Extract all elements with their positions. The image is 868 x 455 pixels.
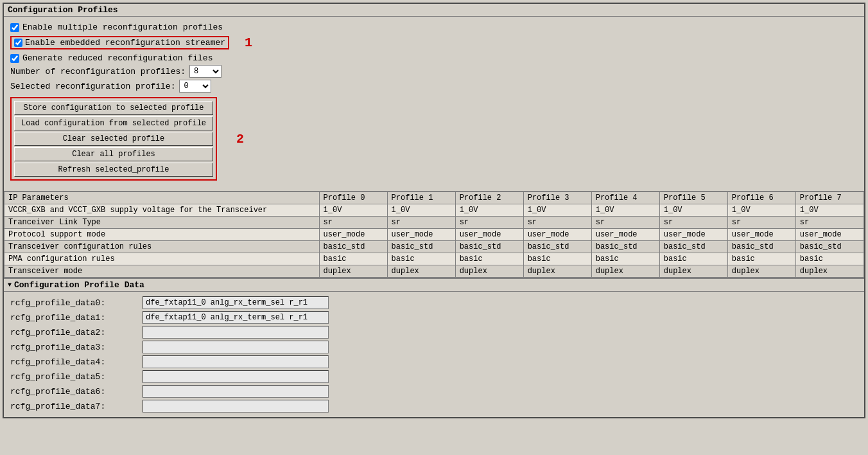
cell-profile-value: basic_std <box>659 241 727 253</box>
cpd-row-input[interactable] <box>143 385 329 398</box>
cpd-row-input[interactable] <box>143 341 329 353</box>
selected-profile-select[interactable]: 0 1 2 3 4 5 6 7 <box>179 80 211 93</box>
params-tbody: VCCR_GXB and VCCT_GXB supply voltage for… <box>4 204 864 278</box>
th-profile-6: Profile 6 <box>727 192 795 204</box>
cell-profile-value: duplex <box>591 265 659 278</box>
cell-profile-value: basic <box>319 253 387 265</box>
enable-multiple-label: Enable multiple reconfiguration profiles <box>22 22 223 32</box>
refresh-button[interactable]: Refresh selected_profile <box>14 163 213 177</box>
cell-param-name: Protocol support mode <box>4 229 320 241</box>
cpd-section-title: Configuration Profile Data <box>14 280 144 290</box>
annotation-1: 1 <box>245 35 252 50</box>
th-profile-5: Profile 5 <box>659 192 727 204</box>
enable-embedded-checkbox[interactable] <box>14 39 22 47</box>
generate-reduced-label: Generate reduced reconfiguration files <box>22 53 213 63</box>
cpd-row-label: rcfg_profile_data3: <box>10 343 139 352</box>
cpd-row-input[interactable] <box>143 296 329 309</box>
cell-profile-value: 1_0V <box>455 204 523 217</box>
cell-profile-value: user_mode <box>523 229 591 241</box>
params-table-section: IP Parameters Profile 0 Profile 1 Profil… <box>4 191 864 278</box>
cell-param-name: Transceiver configuration rules <box>4 241 320 253</box>
store-button[interactable]: Store configuration to selected profile <box>14 101 213 115</box>
section-title: Configuration Profiles <box>4 4 864 17</box>
cell-profile-value: sr <box>659 217 727 229</box>
enable-embedded-label: Enable embedded reconfiguration streamer <box>25 38 225 48</box>
cell-profile-value: duplex <box>727 265 795 278</box>
cpd-row-label: rcfg_profile_data6: <box>10 387 139 397</box>
cell-profile-value: duplex <box>795 265 864 278</box>
cell-profile-value: 1_0V <box>387 204 455 217</box>
cpd-row: rcfg_profile_data7: <box>10 400 858 413</box>
cpd-content: rcfg_profile_data0:rcfg_profile_data1:rc… <box>4 292 864 417</box>
cell-profile-value: basic <box>455 253 523 265</box>
cell-profile-value: sr <box>795 217 864 229</box>
cpd-row-label: rcfg_profile_data7: <box>10 402 139 411</box>
cell-profile-value: sr <box>727 217 795 229</box>
num-profiles-label: Number of reconfiguration profiles: <box>10 67 186 76</box>
enable-multiple-checkbox[interactable] <box>10 23 19 32</box>
cell-profile-value: sr <box>455 217 523 229</box>
cell-param-name: PMA configuration rules <box>4 253 320 265</box>
cell-profile-value: basic <box>795 253 864 265</box>
cell-profile-value: basic <box>591 253 659 265</box>
cell-profile-value: basic_std <box>455 241 523 253</box>
cell-param-name: VCCR_GXB and VCCT_GXB supply voltage for… <box>4 204 320 217</box>
cpd-row-input[interactable] <box>143 311 329 324</box>
cpd-triangle-icon: ▼ <box>8 281 12 289</box>
cell-param-name: Transceiver mode <box>4 265 320 278</box>
enable-embedded-row: Enable embedded reconfiguration streamer… <box>10 34 858 51</box>
cell-profile-value: duplex <box>319 265 387 278</box>
th-profile-2: Profile 2 <box>455 192 523 204</box>
cpd-row-label: rcfg_profile_data5: <box>10 372 139 382</box>
generate-reduced-row: Generate reduced reconfiguration files <box>10 53 858 63</box>
cpd-row-input[interactable] <box>143 370 329 383</box>
buttons-area: Store configuration to selected profile … <box>10 94 858 183</box>
cpd-title: ▼ Configuration Profile Data <box>4 279 864 292</box>
table-row: Transceiver modeduplexduplexduplexduplex… <box>4 265 864 278</box>
clear-all-button[interactable]: Clear all profiles <box>14 147 213 161</box>
section-content: Enable multiple reconfiguration profiles… <box>4 17 864 187</box>
cell-profile-value: 1_0V <box>591 204 659 217</box>
embedded-box: Enable embedded reconfiguration streamer <box>10 36 229 49</box>
cpd-row-label: rcfg_profile_data2: <box>10 328 139 337</box>
cpd-section: ▼ Configuration Profile Data rcfg_profil… <box>4 278 864 417</box>
cell-profile-value: 1_0V <box>727 204 795 217</box>
cpd-row: rcfg_profile_data1: <box>10 311 858 324</box>
num-profiles-select[interactable]: 1 2 4 8 16 <box>189 65 221 78</box>
th-profile-3: Profile 3 <box>523 192 591 204</box>
clear-selected-button[interactable]: Clear selected profile <box>14 132 213 146</box>
cell-profile-value: user_mode <box>319 229 387 241</box>
cpd-row-input[interactable] <box>143 355 329 368</box>
table-row: Transceiver configuration rulesbasic_std… <box>4 241 864 253</box>
cpd-row-input[interactable] <box>143 400 329 413</box>
cell-profile-value: 1_0V <box>523 204 591 217</box>
th-profile-1: Profile 1 <box>387 192 455 204</box>
cpd-row-input[interactable] <box>143 326 329 339</box>
cell-profile-value: basic <box>659 253 727 265</box>
cell-profile-value: duplex <box>455 265 523 278</box>
cell-profile-value: user_mode <box>727 229 795 241</box>
cell-profile-value: user_mode <box>387 229 455 241</box>
selected-profile-label: Selected reconfiguration profile: <box>10 82 175 91</box>
cpd-row: rcfg_profile_data4: <box>10 355 858 368</box>
buttons-box: Store configuration to selected profile … <box>10 97 217 181</box>
cpd-row-label: rcfg_profile_data0: <box>10 298 139 308</box>
table-header-row: IP Parameters Profile 0 Profile 1 Profil… <box>4 192 864 204</box>
cell-profile-value: basic_std <box>387 241 455 253</box>
cell-profile-value: basic_std <box>591 241 659 253</box>
cell-profile-value: user_mode <box>795 229 864 241</box>
th-profile-4: Profile 4 <box>591 192 659 204</box>
cpd-row-label: rcfg_profile_data4: <box>10 357 139 367</box>
cpd-row: rcfg_profile_data3: <box>10 341 858 353</box>
table-row: Tranceiver Link Typesrsrsrsrsrsrsrsr <box>4 217 864 229</box>
load-button[interactable]: Load configuration from selected profile <box>14 116 213 130</box>
cell-profile-value: 1_0V <box>319 204 387 217</box>
generate-reduced-checkbox[interactable] <box>10 54 19 63</box>
enable-multiple-row: Enable multiple reconfiguration profiles <box>10 22 858 32</box>
params-table: IP Parameters Profile 0 Profile 1 Profil… <box>4 192 864 278</box>
cpd-row: rcfg_profile_data5: <box>10 370 858 383</box>
cpd-row: rcfg_profile_data0: <box>10 296 858 309</box>
cell-profile-value: 1_0V <box>659 204 727 217</box>
cell-profile-value: basic_std <box>319 241 387 253</box>
cell-profile-value: basic <box>727 253 795 265</box>
